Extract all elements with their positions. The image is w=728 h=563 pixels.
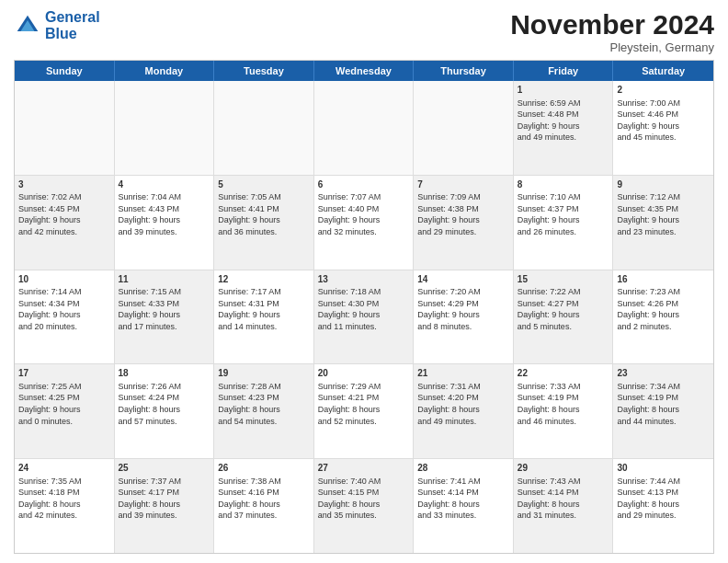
calendar-cell-empty-0-0 — [15, 81, 115, 175]
calendar-cell-18: 18Sunrise: 7:26 AM Sunset: 4:24 PM Dayli… — [115, 364, 215, 458]
day-info: Sunrise: 7:00 AM Sunset: 4:46 PM Dayligh… — [617, 98, 710, 144]
day-info: Sunrise: 7:28 AM Sunset: 4:23 PM Dayligh… — [218, 381, 310, 427]
day-number: 22 — [518, 367, 609, 380]
day-info: Sunrise: 7:22 AM Sunset: 4:27 PM Dayligh… — [518, 286, 609, 332]
calendar-cell-4: 4Sunrise: 7:04 AM Sunset: 4:43 PM Daylig… — [115, 176, 215, 270]
calendar-cell-12: 12Sunrise: 7:17 AM Sunset: 4:31 PM Dayli… — [214, 270, 314, 364]
calendar-cell-23: 23Sunrise: 7:34 AM Sunset: 4:19 PM Dayli… — [613, 364, 713, 458]
day-info: Sunrise: 7:38 AM Sunset: 4:16 PM Dayligh… — [218, 476, 310, 522]
calendar-cell-24: 24Sunrise: 7:35 AM Sunset: 4:18 PM Dayli… — [15, 459, 115, 553]
calendar-cell-1: 1Sunrise: 6:59 AM Sunset: 4:48 PM Daylig… — [514, 81, 614, 175]
day-number: 7 — [417, 178, 509, 191]
day-number: 17 — [18, 367, 110, 380]
day-info: Sunrise: 7:04 AM Sunset: 4:43 PM Dayligh… — [119, 191, 210, 237]
day-number: 8 — [518, 178, 609, 191]
day-info: Sunrise: 7:35 AM Sunset: 4:18 PM Dayligh… — [18, 476, 110, 522]
logo-general: General — [45, 9, 100, 25]
day-number: 28 — [417, 462, 509, 475]
day-info: Sunrise: 7:34 AM Sunset: 4:19 PM Dayligh… — [617, 381, 710, 427]
calendar-row-1: 1Sunrise: 6:59 AM Sunset: 4:48 PM Daylig… — [15, 81, 713, 175]
calendar-cell-8: 8Sunrise: 7:10 AM Sunset: 4:37 PM Daylig… — [514, 176, 614, 270]
day-info: Sunrise: 7:31 AM Sunset: 4:20 PM Dayligh… — [417, 381, 509, 427]
day-info: Sunrise: 7:26 AM Sunset: 4:24 PM Dayligh… — [119, 381, 210, 427]
calendar-cell-29: 29Sunrise: 7:43 AM Sunset: 4:14 PM Dayli… — [514, 459, 614, 553]
day-number: 27 — [318, 462, 410, 475]
day-info: Sunrise: 7:17 AM Sunset: 4:31 PM Dayligh… — [218, 286, 310, 332]
day-number: 25 — [119, 462, 210, 475]
calendar-cell-22: 22Sunrise: 7:33 AM Sunset: 4:19 PM Dayli… — [514, 364, 614, 458]
header-day-tuesday: Tuesday — [214, 61, 314, 81]
calendar-row-4: 17Sunrise: 7:25 AM Sunset: 4:25 PM Dayli… — [15, 363, 713, 458]
day-number: 1 — [518, 84, 609, 97]
day-number: 29 — [518, 462, 609, 475]
day-number: 12 — [218, 273, 310, 286]
day-number: 15 — [518, 273, 609, 286]
month-title: November 2024 — [510, 9, 714, 40]
calendar-cell-14: 14Sunrise: 7:20 AM Sunset: 4:29 PM Dayli… — [414, 270, 514, 364]
day-number: 9 — [617, 178, 710, 191]
day-info: Sunrise: 7:15 AM Sunset: 4:33 PM Dayligh… — [119, 286, 210, 332]
header: General Blue November 2024 Pleystein, Ge… — [14, 9, 714, 54]
day-info: Sunrise: 7:43 AM Sunset: 4:14 PM Dayligh… — [518, 476, 609, 522]
calendar-row-2: 3Sunrise: 7:02 AM Sunset: 4:45 PM Daylig… — [15, 175, 713, 270]
calendar-row-5: 24Sunrise: 7:35 AM Sunset: 4:18 PM Dayli… — [15, 458, 713, 553]
day-info: Sunrise: 7:40 AM Sunset: 4:15 PM Dayligh… — [318, 476, 410, 522]
day-number: 24 — [18, 462, 110, 475]
calendar-cell-25: 25Sunrise: 7:37 AM Sunset: 4:17 PM Dayli… — [115, 459, 215, 553]
day-number: 11 — [119, 273, 210, 286]
day-info: Sunrise: 7:02 AM Sunset: 4:45 PM Dayligh… — [18, 191, 110, 237]
title-block: November 2024 Pleystein, Germany — [510, 9, 714, 54]
calendar-cell-20: 20Sunrise: 7:29 AM Sunset: 4:21 PM Dayli… — [314, 364, 415, 458]
calendar-body: 1Sunrise: 6:59 AM Sunset: 4:48 PM Daylig… — [15, 81, 713, 553]
calendar-cell-13: 13Sunrise: 7:18 AM Sunset: 4:30 PM Dayli… — [314, 270, 415, 364]
day-number: 18 — [119, 367, 210, 380]
calendar-cell-15: 15Sunrise: 7:22 AM Sunset: 4:27 PM Dayli… — [514, 270, 614, 364]
calendar-cell-26: 26Sunrise: 7:38 AM Sunset: 4:16 PM Dayli… — [214, 459, 314, 553]
calendar-cell-27: 27Sunrise: 7:40 AM Sunset: 4:15 PM Dayli… — [314, 459, 415, 553]
day-info: Sunrise: 7:12 AM Sunset: 4:35 PM Dayligh… — [617, 191, 710, 237]
calendar-cell-17: 17Sunrise: 7:25 AM Sunset: 4:25 PM Dayli… — [15, 364, 115, 458]
day-info: Sunrise: 7:23 AM Sunset: 4:26 PM Dayligh… — [617, 286, 710, 332]
day-info: Sunrise: 6:59 AM Sunset: 4:48 PM Dayligh… — [518, 98, 609, 144]
day-info: Sunrise: 7:18 AM Sunset: 4:30 PM Dayligh… — [318, 286, 410, 332]
day-number: 16 — [617, 273, 710, 286]
calendar-cell-empty-0-1 — [115, 81, 215, 175]
day-number: 2 — [617, 84, 710, 97]
day-number: 10 — [18, 273, 110, 286]
calendar-cell-6: 6Sunrise: 7:07 AM Sunset: 4:40 PM Daylig… — [314, 176, 415, 270]
day-info: Sunrise: 7:20 AM Sunset: 4:29 PM Dayligh… — [417, 286, 509, 332]
day-info: Sunrise: 7:14 AM Sunset: 4:34 PM Dayligh… — [18, 286, 110, 332]
calendar-cell-2: 2Sunrise: 7:00 AM Sunset: 4:46 PM Daylig… — [613, 81, 713, 175]
page: General Blue November 2024 Pleystein, Ge… — [0, 0, 728, 563]
day-info: Sunrise: 7:25 AM Sunset: 4:25 PM Dayligh… — [18, 381, 110, 427]
day-number: 23 — [617, 367, 710, 380]
calendar-cell-21: 21Sunrise: 7:31 AM Sunset: 4:20 PM Dayli… — [414, 364, 514, 458]
calendar-cell-3: 3Sunrise: 7:02 AM Sunset: 4:45 PM Daylig… — [15, 176, 115, 270]
calendar-cell-30: 30Sunrise: 7:44 AM Sunset: 4:13 PM Dayli… — [613, 459, 713, 553]
calendar-cell-empty-0-4 — [414, 81, 514, 175]
calendar-cell-11: 11Sunrise: 7:15 AM Sunset: 4:33 PM Dayli… — [115, 270, 215, 364]
day-number: 3 — [18, 178, 110, 191]
day-info: Sunrise: 7:33 AM Sunset: 4:19 PM Dayligh… — [518, 381, 609, 427]
day-number: 19 — [218, 367, 310, 380]
day-number: 20 — [318, 367, 410, 380]
day-info: Sunrise: 7:05 AM Sunset: 4:41 PM Dayligh… — [218, 191, 310, 237]
location-subtitle: Pleystein, Germany — [510, 40, 714, 54]
header-day-sunday: Sunday — [15, 61, 115, 81]
header-day-friday: Friday — [514, 61, 614, 81]
day-info: Sunrise: 7:29 AM Sunset: 4:21 PM Dayligh… — [318, 381, 410, 427]
day-info: Sunrise: 7:09 AM Sunset: 4:38 PM Dayligh… — [417, 191, 509, 237]
day-info: Sunrise: 7:41 AM Sunset: 4:14 PM Dayligh… — [417, 476, 509, 522]
day-number: 26 — [218, 462, 310, 475]
day-number: 21 — [417, 367, 509, 380]
logo-blue: Blue — [45, 26, 77, 41]
day-number: 13 — [318, 273, 410, 286]
calendar-cell-10: 10Sunrise: 7:14 AM Sunset: 4:34 PM Dayli… — [15, 270, 115, 364]
day-info: Sunrise: 7:44 AM Sunset: 4:13 PM Dayligh… — [617, 476, 710, 522]
header-day-wednesday: Wednesday — [314, 61, 415, 81]
calendar-cell-empty-0-3 — [314, 81, 415, 175]
calendar-cell-9: 9Sunrise: 7:12 AM Sunset: 4:35 PM Daylig… — [613, 176, 713, 270]
calendar-cell-19: 19Sunrise: 7:28 AM Sunset: 4:23 PM Dayli… — [214, 364, 314, 458]
calendar-cell-28: 28Sunrise: 7:41 AM Sunset: 4:14 PM Dayli… — [414, 459, 514, 553]
day-info: Sunrise: 7:37 AM Sunset: 4:17 PM Dayligh… — [119, 476, 210, 522]
